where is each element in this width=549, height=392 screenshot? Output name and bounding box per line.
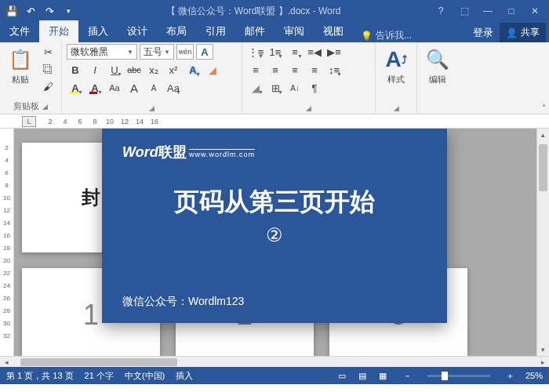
zoom-thumb[interactable]	[442, 372, 448, 380]
grow-font-button[interactable]: A	[125, 80, 143, 96]
font-name-value: 微软雅黑	[71, 45, 108, 59]
chevron-down-icon: ▼	[278, 89, 283, 95]
font-launcher[interactable]: ◢	[149, 104, 155, 112]
language[interactable]: 中文(中国)	[125, 370, 165, 382]
chevron-down-icon: ▼	[127, 49, 133, 56]
phonetic-guide-button[interactable]: wén	[176, 44, 194, 60]
subscript-button[interactable]: x₂	[145, 62, 162, 78]
ruler-tick: 10	[3, 194, 10, 201]
bold-button[interactable]: B	[67, 62, 84, 78]
maximize-button[interactable]: □	[500, 2, 522, 20]
underline-button[interactable]: U▼	[106, 62, 123, 78]
horizontal-ruler[interactable]: L 2 4 6 8 10 12 14 16	[0, 114, 549, 129]
tab-selector[interactable]: L	[22, 116, 36, 127]
qat-more-button[interactable]: ▾	[60, 2, 77, 20]
copy-button[interactable]: ⿻	[39, 61, 56, 77]
editing-button[interactable]: 🔍 编辑	[422, 44, 453, 89]
align-left-button[interactable]: ≡	[247, 62, 264, 78]
print-layout-button[interactable]: ▤	[353, 368, 372, 383]
close-button[interactable]: ✕	[524, 2, 546, 20]
ruler-tick: 20	[3, 257, 10, 264]
scroll-thumb[interactable]	[20, 358, 177, 366]
vertical-ruler[interactable]: 2 4 6 8 10 12 14 16 18 20 22 24 26 28 30…	[0, 129, 14, 356]
ruler-tick: 6	[73, 118, 87, 125]
ruler-tick: 2	[5, 144, 8, 151]
clipboard-launcher[interactable]: ◢	[42, 103, 48, 111]
scroll-track[interactable]	[13, 357, 536, 367]
paste-button[interactable]: 📋 粘贴	[5, 44, 36, 89]
highlight-button[interactable]: A▼	[67, 80, 84, 96]
tab-insert[interactable]: 插入	[78, 20, 118, 42]
tab-mail[interactable]: 邮件	[235, 20, 274, 42]
decrease-indent-button[interactable]: ≡◀	[306, 44, 323, 60]
font-name-combo[interactable]: 微软雅黑▼	[67, 44, 137, 60]
ruler-tick: 30	[3, 320, 10, 327]
shading-button[interactable]: ◢▼	[247, 80, 264, 96]
tab-home[interactable]: 开始	[39, 20, 78, 42]
zoom-out-button[interactable]: －	[403, 370, 412, 382]
clear-format-button[interactable]: ◢	[204, 62, 221, 78]
collapse-ribbon-button[interactable]: ˄	[542, 103, 546, 112]
numbering-button[interactable]: 1≡▼	[267, 44, 284, 60]
show-marks-button[interactable]: ¶	[306, 80, 323, 96]
char-border-button[interactable]: Aa	[106, 80, 123, 96]
styles-button[interactable]: A⤴ 样式	[380, 44, 412, 89]
multilevel-button[interactable]: ≡▼	[286, 44, 304, 60]
tab-file[interactable]: 文件	[0, 20, 39, 42]
scroll-down-button[interactable]: ▾	[537, 343, 549, 356]
scroll-right-button[interactable]: ▸	[536, 358, 549, 366]
ribbon: 📋 粘贴 ✂ ⿻ 🖌 剪贴板◢ 微软雅黑▼ 五号▼ wén A B	[0, 42, 549, 114]
ruler-tick: 10	[103, 118, 117, 125]
font-size-combo[interactable]: 五号▼	[140, 44, 174, 60]
borders-button[interactable]: ⊞▼	[267, 80, 284, 96]
logo-cn: 联盟	[158, 144, 187, 160]
tab-layout[interactable]: 布局	[157, 20, 196, 42]
italic-button[interactable]: I	[86, 62, 104, 78]
char-shading-button[interactable]: A	[196, 44, 213, 60]
align-center-button[interactable]: ≡	[267, 62, 284, 78]
save-button[interactable]: 💾	[3, 2, 20, 20]
tab-references[interactable]: 引用	[196, 20, 235, 42]
paragraph-launcher[interactable]: ◢	[306, 104, 311, 112]
vertical-scrollbar[interactable]: ▴ ▾	[536, 129, 549, 356]
login-link[interactable]: 登录	[473, 26, 493, 40]
format-painter-button[interactable]: 🖌	[39, 78, 56, 94]
minimize-button[interactable]: —	[477, 2, 499, 20]
tab-view[interactable]: 视图	[314, 20, 353, 42]
tab-design[interactable]: 设计	[118, 20, 157, 42]
undo-button[interactable]: ↶	[22, 2, 39, 20]
superscript-button[interactable]: x²	[165, 62, 182, 78]
cut-button[interactable]: ✂	[39, 44, 56, 60]
share-button[interactable]: 👤共享	[500, 23, 546, 42]
clipboard-label: 剪贴板	[13, 100, 39, 112]
page-count[interactable]: 第 1 页，共 13 页	[6, 370, 74, 382]
scroll-up-button[interactable]: ▴	[537, 129, 549, 141]
zoom-slider[interactable]	[427, 375, 490, 377]
horizontal-scrollbar[interactable]: ◂ ▸	[0, 356, 549, 367]
help-button[interactable]: ?	[430, 2, 452, 20]
line-spacing-button[interactable]: ↕≡▼	[325, 62, 343, 78]
web-layout-button[interactable]: ▦	[373, 368, 392, 383]
insert-mode[interactable]: 插入	[176, 370, 193, 382]
shrink-font-button[interactable]: A	[145, 80, 162, 96]
bullets-button[interactable]: ⋮≡▼	[247, 44, 264, 60]
zoom-in-button[interactable]: ＋	[506, 370, 514, 382]
change-case-button[interactable]: Aa▼	[165, 80, 182, 96]
scroll-left-button[interactable]: ◂	[0, 358, 13, 366]
ribbon-options-button[interactable]: ⬚	[453, 2, 475, 20]
align-justify-button[interactable]: ≡	[306, 62, 323, 78]
text-effects-button[interactable]: A▼	[184, 62, 202, 78]
redo-button[interactable]: ↷	[41, 2, 58, 20]
zoom-level[interactable]: 25%	[525, 371, 543, 380]
styles-launcher[interactable]: ◢	[394, 104, 399, 112]
align-right-button[interactable]: ≡	[286, 62, 304, 78]
tab-review[interactable]: 审阅	[274, 20, 314, 42]
tell-me[interactable]: 💡告诉我...	[353, 29, 420, 42]
sort-button[interactable]: A↓	[286, 80, 304, 96]
font-color-button[interactable]: A▼	[86, 80, 104, 96]
read-mode-button[interactable]: ▭	[333, 368, 351, 383]
increase-indent-button[interactable]: ▶≡	[325, 44, 343, 60]
scroll-thumb[interactable]	[539, 144, 547, 191]
strikethrough-button[interactable]: abc	[125, 62, 143, 78]
word-count[interactable]: 21 个字	[85, 370, 114, 382]
